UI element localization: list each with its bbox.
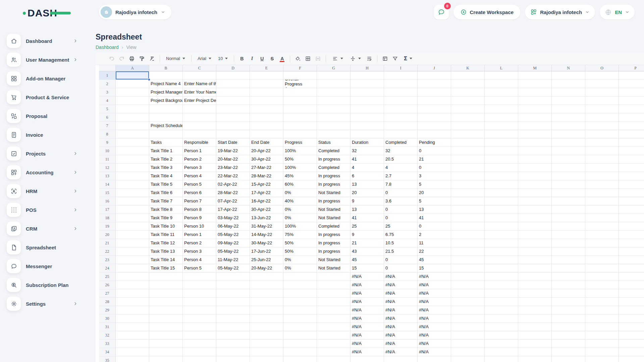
cell-H32[interactable]: #N/A <box>351 331 384 340</box>
cell-G1[interactable] <box>317 71 351 80</box>
cell-C28[interactable] <box>183 298 216 306</box>
cell-O9[interactable] <box>585 138 619 147</box>
cell-O22[interactable] <box>585 247 619 256</box>
cell-K10[interactable] <box>451 147 485 155</box>
cell-M35[interactable] <box>518 356 552 362</box>
cell-I33[interactable]: #N/A <box>384 340 418 348</box>
cell-E14[interactable]: 15-Apr-22 <box>250 180 283 189</box>
cell-C24[interactable]: Person 5 <box>183 264 216 273</box>
bold-button[interactable]: B <box>237 54 246 63</box>
cell-M4[interactable] <box>518 97 552 105</box>
cell-F16[interactable]: 40% <box>283 197 317 205</box>
cell-M30[interactable] <box>518 314 552 323</box>
cell-O24[interactable] <box>585 264 619 273</box>
cell-M8[interactable] <box>518 130 552 138</box>
cell-G3[interactable] <box>317 88 351 97</box>
cell-H2[interactable] <box>351 80 384 88</box>
cell-G16[interactable]: In progress <box>317 197 351 205</box>
cell-A25[interactable] <box>116 273 149 281</box>
cell-C11[interactable]: Person 2 <box>183 155 216 164</box>
cell-K14[interactable] <box>451 180 485 189</box>
cell-B11[interactable]: Task Title 2 <box>149 155 183 164</box>
cell-N6[interactable] <box>552 113 585 122</box>
cell-M31[interactable] <box>518 323 552 331</box>
cell-H1[interactable] <box>351 71 384 80</box>
cell-F17[interactable]: 0% <box>283 205 317 214</box>
cell-E5[interactable] <box>250 105 283 113</box>
cell-F27[interactable] <box>283 289 317 298</box>
cell-N20[interactable] <box>552 231 585 239</box>
cell-D28[interactable] <box>216 298 250 306</box>
cell-J21[interactable]: 11 <box>418 239 451 247</box>
cell-H19[interactable]: 25 <box>351 222 384 231</box>
cell-H15[interactable]: 20 <box>351 189 384 197</box>
cell-A1[interactable] <box>116 71 149 80</box>
cell-B16[interactable]: Task Title 7 <box>149 197 183 205</box>
cell-G14[interactable]: In progress <box>317 180 351 189</box>
cell-A2[interactable] <box>116 80 149 88</box>
cell-A23[interactable] <box>116 256 149 264</box>
cell-C2[interactable]: Enter Name of the Project <box>183 80 216 88</box>
row-header-18[interactable]: 18 <box>99 214 116 222</box>
cell-F22[interactable]: 50% <box>283 247 317 256</box>
col-header-A[interactable]: A <box>116 65 149 71</box>
cell-E22[interactable]: 17-Jun-22 <box>250 247 283 256</box>
cell-I22[interactable]: 21.5 <box>384 247 418 256</box>
cell-K35[interactable] <box>451 356 485 362</box>
cell-A15[interactable] <box>116 189 149 197</box>
cell-A30[interactable] <box>116 314 149 323</box>
cell-D27[interactable] <box>216 289 250 298</box>
cell-B19[interactable]: Task Title 10 <box>149 222 183 231</box>
cell-L12[interactable] <box>485 164 518 172</box>
cell-D24[interactable]: 05-May-22 <box>216 264 250 273</box>
cell-L5[interactable] <box>485 105 518 113</box>
cell-J15[interactable]: 20 <box>418 189 451 197</box>
cell-B31[interactable] <box>149 323 183 331</box>
cell-C9[interactable]: Responsible <box>183 138 216 147</box>
cell-D11[interactable]: 20-Mar-22 <box>216 155 250 164</box>
cell-C3[interactable]: Enter Your Name <box>183 88 216 97</box>
cell-M33[interactable] <box>518 340 552 348</box>
row-header-9[interactable]: 9 <box>99 138 116 147</box>
cell-D1[interactable] <box>216 71 250 80</box>
font-dropdown[interactable]: Arial <box>195 54 214 63</box>
cell-B27[interactable] <box>149 289 183 298</box>
col-header-N[interactable]: N <box>552 65 585 71</box>
cell-M23[interactable] <box>518 256 552 264</box>
cell-M28[interactable] <box>518 298 552 306</box>
cell-G19[interactable]: Completed <box>317 222 351 231</box>
cell-P17[interactable] <box>619 205 644 214</box>
cell-N10[interactable] <box>552 147 585 155</box>
cell-C8[interactable] <box>183 130 216 138</box>
functions-dropdown[interactable]: Σ <box>401 54 415 63</box>
cell-D17[interactable]: 17-Apr-22 <box>216 205 250 214</box>
cell-M14[interactable] <box>518 180 552 189</box>
cell-M1[interactable] <box>518 71 552 80</box>
cell-H24[interactable]: 15 <box>351 264 384 273</box>
cell-J9[interactable]: Pending <box>418 138 451 147</box>
cell-N8[interactable] <box>552 130 585 138</box>
table-button[interactable] <box>381 54 389 63</box>
cell-F30[interactable] <box>283 314 317 323</box>
cell-K28[interactable] <box>451 298 485 306</box>
cell-A3[interactable] <box>116 88 149 97</box>
cell-B34[interactable] <box>149 348 183 356</box>
cell-F3[interactable] <box>283 88 317 97</box>
company-selector[interactable]: Rajodiya infotech <box>525 5 595 19</box>
cell-E15[interactable]: 17-Apr-22 <box>250 189 283 197</box>
cell-O11[interactable] <box>585 155 619 164</box>
cell-H8[interactable] <box>351 130 384 138</box>
cell-H22[interactable]: 43 <box>351 247 384 256</box>
cell-D19[interactable]: 06-May-22 <box>216 222 250 231</box>
cell-L26[interactable] <box>485 281 518 289</box>
cell-M5[interactable] <box>518 105 552 113</box>
cell-J23[interactable]: 45 <box>418 256 451 264</box>
cell-K13[interactable] <box>451 172 485 180</box>
cell-G29[interactable] <box>317 306 351 314</box>
cell-D32[interactable] <box>216 331 250 340</box>
cell-K29[interactable] <box>451 306 485 314</box>
cell-H29[interactable]: #N/A <box>351 306 384 314</box>
cell-E2[interactable] <box>250 80 283 88</box>
cell-N24[interactable] <box>552 264 585 273</box>
cell-B14[interactable]: Task Title 5 <box>149 180 183 189</box>
